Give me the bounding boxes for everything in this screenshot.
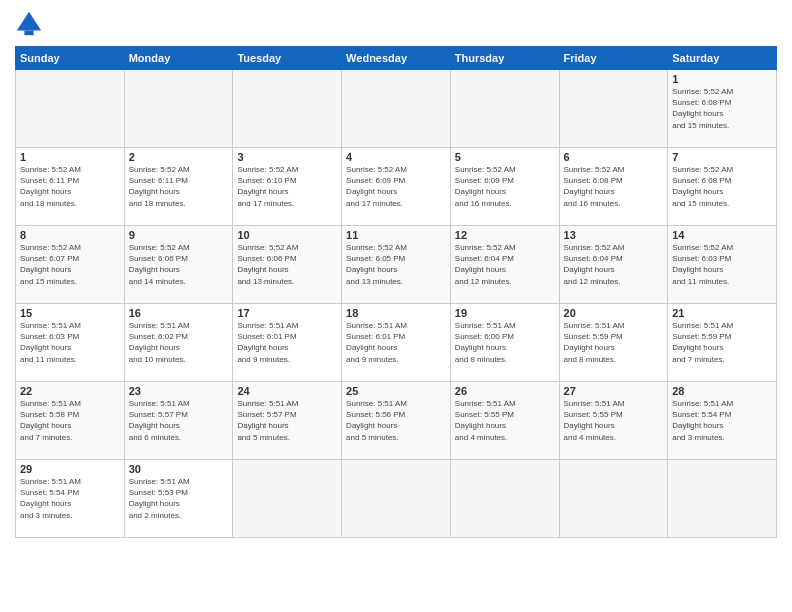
calendar-week: 1 Sunrise: 5:52 AM Sunset: 6:11 PM Dayli…: [16, 148, 777, 226]
day-info: Sunrise: 5:51 AM Sunset: 5:55 PM Dayligh…: [455, 398, 555, 443]
day-info: Sunrise: 5:52 AM Sunset: 6:09 PM Dayligh…: [455, 164, 555, 209]
calendar-day: [559, 460, 668, 538]
svg-marker-0: [17, 12, 41, 31]
calendar-day: 12 Sunrise: 5:52 AM Sunset: 6:04 PM Dayl…: [450, 226, 559, 304]
day-info: Sunrise: 5:52 AM Sunset: 6:04 PM Dayligh…: [564, 242, 664, 287]
day-info: Sunrise: 5:52 AM Sunset: 6:08 PM Dayligh…: [672, 164, 772, 209]
calendar-day: [233, 460, 342, 538]
day-number: 23: [129, 385, 229, 397]
day-info: Sunrise: 5:52 AM Sunset: 6:07 PM Dayligh…: [20, 242, 120, 287]
day-info: Sunrise: 5:51 AM Sunset: 6:01 PM Dayligh…: [346, 320, 446, 365]
day-info: Sunrise: 5:52 AM Sunset: 6:03 PM Dayligh…: [672, 242, 772, 287]
day-info: Sunrise: 5:52 AM Sunset: 6:09 PM Dayligh…: [346, 164, 446, 209]
calendar-week: 8 Sunrise: 5:52 AM Sunset: 6:07 PM Dayli…: [16, 226, 777, 304]
day-header: Friday: [559, 47, 668, 70]
calendar-day: 19 Sunrise: 5:51 AM Sunset: 6:00 PM Dayl…: [450, 304, 559, 382]
day-header: Tuesday: [233, 47, 342, 70]
day-info: Sunrise: 5:52 AM Sunset: 6:10 PM Dayligh…: [237, 164, 337, 209]
day-number: 1: [20, 151, 120, 163]
day-number: 24: [237, 385, 337, 397]
logo: [15, 10, 45, 38]
calendar-day: [16, 70, 125, 148]
calendar-day: 10 Sunrise: 5:52 AM Sunset: 6:06 PM Dayl…: [233, 226, 342, 304]
calendar-week: 1 Sunrise: 5:52 AM Sunset: 6:08 PM Dayli…: [16, 70, 777, 148]
day-number: 3: [237, 151, 337, 163]
calendar-day: [124, 70, 233, 148]
calendar-day: [559, 70, 668, 148]
day-info: Sunrise: 5:51 AM Sunset: 5:57 PM Dayligh…: [237, 398, 337, 443]
calendar-day: 18 Sunrise: 5:51 AM Sunset: 6:01 PM Dayl…: [342, 304, 451, 382]
day-number: 19: [455, 307, 555, 319]
calendar-day: [668, 460, 777, 538]
day-header: Saturday: [668, 47, 777, 70]
day-info: Sunrise: 5:52 AM Sunset: 6:04 PM Dayligh…: [455, 242, 555, 287]
day-number: 17: [237, 307, 337, 319]
day-info: Sunrise: 5:51 AM Sunset: 5:59 PM Dayligh…: [564, 320, 664, 365]
calendar-day: 22 Sunrise: 5:51 AM Sunset: 5:58 PM Dayl…: [16, 382, 125, 460]
day-number: 2: [129, 151, 229, 163]
day-number: 9: [129, 229, 229, 241]
header: [15, 10, 777, 38]
calendar-day: 1 Sunrise: 5:52 AM Sunset: 6:11 PM Dayli…: [16, 148, 125, 226]
day-info: Sunrise: 5:52 AM Sunset: 6:08 PM Dayligh…: [564, 164, 664, 209]
day-info: Sunrise: 5:52 AM Sunset: 6:11 PM Dayligh…: [129, 164, 229, 209]
calendar-day: 13 Sunrise: 5:52 AM Sunset: 6:04 PM Dayl…: [559, 226, 668, 304]
day-info: Sunrise: 5:51 AM Sunset: 6:00 PM Dayligh…: [455, 320, 555, 365]
calendar-week: 15 Sunrise: 5:51 AM Sunset: 6:03 PM Dayl…: [16, 304, 777, 382]
day-number: 30: [129, 463, 229, 475]
calendar-day: 20 Sunrise: 5:51 AM Sunset: 5:59 PM Dayl…: [559, 304, 668, 382]
day-info: Sunrise: 5:52 AM Sunset: 6:11 PM Dayligh…: [20, 164, 120, 209]
calendar-day: 8 Sunrise: 5:52 AM Sunset: 6:07 PM Dayli…: [16, 226, 125, 304]
day-info: Sunrise: 5:52 AM Sunset: 6:06 PM Dayligh…: [237, 242, 337, 287]
calendar-day: 25 Sunrise: 5:51 AM Sunset: 5:56 PM Dayl…: [342, 382, 451, 460]
calendar-week: 22 Sunrise: 5:51 AM Sunset: 5:58 PM Dayl…: [16, 382, 777, 460]
day-header: Sunday: [16, 47, 125, 70]
calendar-day: 24 Sunrise: 5:51 AM Sunset: 5:57 PM Dayl…: [233, 382, 342, 460]
day-number: 25: [346, 385, 446, 397]
day-number: 16: [129, 307, 229, 319]
calendar-day: 15 Sunrise: 5:51 AM Sunset: 6:03 PM Dayl…: [16, 304, 125, 382]
calendar-container: SundayMondayTuesdayWednesdayThursdayFrid…: [0, 0, 792, 612]
calendar-day: [450, 70, 559, 148]
calendar-day: 30 Sunrise: 5:51 AM Sunset: 5:53 PM Dayl…: [124, 460, 233, 538]
day-number: 7: [672, 151, 772, 163]
day-number: 14: [672, 229, 772, 241]
calendar-day: 29 Sunrise: 5:51 AM Sunset: 5:54 PM Dayl…: [16, 460, 125, 538]
day-number: 5: [455, 151, 555, 163]
calendar-day: [233, 70, 342, 148]
day-info: Sunrise: 5:51 AM Sunset: 5:59 PM Dayligh…: [672, 320, 772, 365]
calendar-day: 7 Sunrise: 5:52 AM Sunset: 6:08 PM Dayli…: [668, 148, 777, 226]
day-number: 6: [564, 151, 664, 163]
day-number: 27: [564, 385, 664, 397]
day-number: 29: [20, 463, 120, 475]
day-info: Sunrise: 5:51 AM Sunset: 5:54 PM Dayligh…: [20, 476, 120, 521]
day-number: 26: [455, 385, 555, 397]
calendar-week: 29 Sunrise: 5:51 AM Sunset: 5:54 PM Dayl…: [16, 460, 777, 538]
svg-rect-1: [24, 31, 33, 36]
calendar-day: 21 Sunrise: 5:51 AM Sunset: 5:59 PM Dayl…: [668, 304, 777, 382]
day-info: Sunrise: 5:51 AM Sunset: 5:55 PM Dayligh…: [564, 398, 664, 443]
day-header: Wednesday: [342, 47, 451, 70]
day-info: Sunrise: 5:51 AM Sunset: 5:54 PM Dayligh…: [672, 398, 772, 443]
day-number: 15: [20, 307, 120, 319]
day-number: 13: [564, 229, 664, 241]
day-info: Sunrise: 5:51 AM Sunset: 5:53 PM Dayligh…: [129, 476, 229, 521]
day-number: 1: [672, 73, 772, 85]
calendar-day: 14 Sunrise: 5:52 AM Sunset: 6:03 PM Dayl…: [668, 226, 777, 304]
day-info: Sunrise: 5:52 AM Sunset: 6:05 PM Dayligh…: [346, 242, 446, 287]
day-header: Thursday: [450, 47, 559, 70]
day-number: 20: [564, 307, 664, 319]
day-info: Sunrise: 5:52 AM Sunset: 6:08 PM Dayligh…: [672, 86, 772, 131]
day-headers: SundayMondayTuesdayWednesdayThursdayFrid…: [16, 47, 777, 70]
day-info: Sunrise: 5:51 AM Sunset: 6:01 PM Dayligh…: [237, 320, 337, 365]
day-number: 28: [672, 385, 772, 397]
day-number: 8: [20, 229, 120, 241]
day-number: 4: [346, 151, 446, 163]
calendar-day: [342, 70, 451, 148]
calendar-day: [450, 460, 559, 538]
calendar-day: 6 Sunrise: 5:52 AM Sunset: 6:08 PM Dayli…: [559, 148, 668, 226]
calendar-day: 2 Sunrise: 5:52 AM Sunset: 6:11 PM Dayli…: [124, 148, 233, 226]
day-number: 10: [237, 229, 337, 241]
day-info: Sunrise: 5:52 AM Sunset: 6:06 PM Dayligh…: [129, 242, 229, 287]
calendar-day: 27 Sunrise: 5:51 AM Sunset: 5:55 PM Dayl…: [559, 382, 668, 460]
